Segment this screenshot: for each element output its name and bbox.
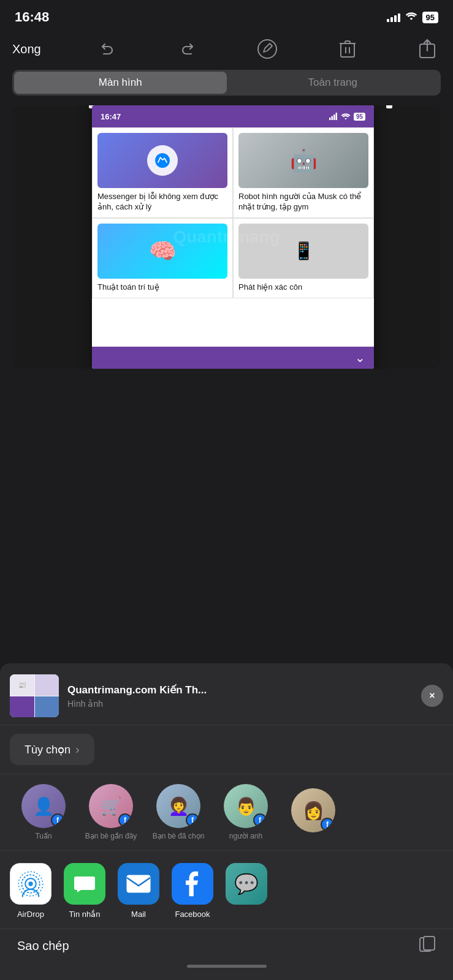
options-chevron-icon: ›	[75, 742, 80, 756]
contact-badge-2: f	[118, 813, 132, 827]
contact-row: 👤 f Tuấn 🛒 f Bạn bè gần đây	[0, 774, 453, 851]
svg-rect-9	[335, 113, 337, 120]
handle-topright[interactable]	[386, 105, 392, 108]
status-bar: 16:48 95	[0, 0, 453, 31]
airdrop-icon	[17, 870, 44, 897]
inner-screenshot: 16:47 95	[92, 105, 374, 369]
svg-point-0	[258, 40, 276, 58]
svg-rect-17	[424, 937, 435, 950]
app-label-facebook: Facebook	[175, 910, 210, 919]
facebook-badge-icon-2: f	[124, 816, 126, 824]
done-button[interactable]: Xong	[12, 36, 41, 62]
share-header: 📰 Quantrimang.com Kiến Th... Hình ảnh ×	[0, 663, 453, 725]
home-indicator	[187, 965, 267, 968]
contact-item-1[interactable]: 👤 f Tuấn	[10, 784, 77, 840]
news-item-2: 🤖 Robot hình người của Musk có thể nhặt …	[233, 127, 374, 218]
preview-area: 16:47 95	[12, 105, 441, 369]
inner-time: 16:47	[101, 112, 121, 121]
options-button[interactable]: Tùy chọn ›	[10, 734, 94, 765]
mail-icon	[126, 874, 151, 894]
contact-avatar-2: 🛒 f	[89, 784, 133, 828]
news-thumb-2: 🤖	[238, 133, 368, 188]
thumb-cell-1: 📰	[10, 674, 34, 696]
undo-button[interactable]	[94, 36, 121, 62]
markup-button[interactable]	[254, 36, 281, 62]
mail-icon-wrap	[118, 863, 159, 905]
svg-point-10	[155, 153, 170, 168]
news-thumb-3: 🧠	[97, 224, 227, 279]
facebook-badge-icon-4: f	[259, 816, 261, 824]
contact-badge-3: f	[186, 813, 199, 827]
contact-name-3: Bạn bè đã chọn	[153, 832, 205, 840]
share-title: Quantrimang.com Kiến Th...	[67, 684, 413, 696]
options-row: Tùy chọn ›	[0, 725, 453, 774]
bottom-bar: Sao chép	[0, 929, 453, 980]
contact-name-1: Tuấn	[35, 832, 51, 840]
messages-icon-wrap	[64, 863, 105, 905]
redo-button[interactable]	[174, 36, 201, 62]
facebook-badge-icon-3: f	[191, 816, 194, 824]
contact-item-2[interactable]: 🛒 f Bạn bè gần đây	[77, 784, 145, 840]
app-icon-airdrop[interactable]: AirDrop	[10, 863, 51, 919]
segment-toantrang[interactable]: Toàn trang	[227, 72, 440, 94]
wifi-icon	[405, 11, 417, 23]
app-icons-row: AirDrop Tin nhắn Mail	[0, 851, 453, 929]
news-thumb-4: 📱	[238, 224, 368, 279]
facebook-icon	[184, 870, 201, 897]
contact-item-5[interactable]: 👩 f	[280, 788, 347, 836]
facebook-badge-icon-5: f	[326, 820, 329, 829]
svg-rect-7	[331, 116, 333, 121]
contact-badge-4: f	[253, 813, 267, 827]
thumb-cell-3	[10, 696, 34, 718]
svg-rect-1	[341, 43, 354, 57]
share-thumb-grid: 📰	[10, 674, 59, 717]
more-icon	[419, 935, 436, 956]
news-grid: Messenger bị lỗi không xem được ảnh, các…	[92, 127, 374, 298]
copy-label: Sao chép	[17, 939, 69, 953]
signal-icon	[387, 12, 400, 22]
messages-icon	[72, 872, 97, 896]
app-icon-mail[interactable]: Mail	[118, 863, 159, 919]
share-thumbnail: 📰	[10, 674, 59, 717]
contact-name-2: Bạn bè gần đây	[85, 832, 137, 840]
segment-control: Màn hình Toàn trang	[12, 70, 441, 96]
delete-button[interactable]	[334, 36, 361, 62]
share-subtitle: Hình ảnh	[67, 699, 413, 709]
share-button[interactable]	[414, 36, 441, 62]
app-icon-facebook[interactable]: Facebook	[172, 863, 213, 919]
news-title-1: Messenger bị lỗi không xem được ảnh, các…	[97, 192, 227, 213]
contact-item-4[interactable]: 👨 f người anh	[212, 784, 280, 840]
contact-item-3[interactable]: 👩‍🦱 f Bạn bè đã chọn	[145, 784, 212, 840]
contact-badge-1: f	[51, 813, 64, 827]
inner-status-icons: 95	[329, 113, 365, 121]
share-info: Quantrimang.com Kiến Th... Hình ảnh	[67, 684, 413, 709]
options-label: Tùy chọn	[25, 743, 70, 756]
partial-icon-wrap: 💬	[226, 863, 267, 905]
app-icon-partial: 💬	[226, 863, 267, 919]
contact-name-4: người anh	[229, 832, 262, 840]
news-item-3: 🧠 Thuật toán trí tuệ	[92, 218, 233, 298]
status-icons: 95	[387, 11, 438, 23]
app-label-mail: Mail	[131, 910, 146, 919]
status-time: 16:48	[15, 9, 49, 25]
facebook-badge-icon: f	[56, 816, 59, 824]
news-title-2: Robot hình người của Musk có thể nhặt tr…	[238, 192, 368, 213]
app-icon-messages[interactable]: Tin nhắn	[64, 863, 105, 919]
share-close-button[interactable]: ×	[421, 685, 443, 707]
toolbar: Xong	[0, 31, 453, 67]
svg-rect-6	[329, 118, 331, 120]
news-thumb-1	[97, 133, 227, 188]
contact-avatar-4: 👨 f	[224, 784, 268, 828]
news-item-4: 📱 Phát hiện xác côn	[233, 218, 374, 298]
svg-rect-8	[333, 115, 335, 120]
news-item-1: Messenger bị lỗi không xem được ảnh, các…	[92, 127, 233, 218]
svg-rect-15	[127, 875, 150, 892]
contact-badge-5: f	[321, 818, 334, 831]
contact-avatar-3: 👩‍🦱 f	[156, 784, 200, 828]
facebook-icon-wrap	[172, 863, 213, 905]
battery-indicator: 95	[422, 12, 438, 23]
app-label-airdrop: AirDrop	[17, 910, 44, 919]
svg-point-14	[28, 881, 32, 886]
news-title-3: Thuật toán trí tuệ	[97, 282, 227, 293]
segment-manhinh[interactable]: Màn hình	[14, 72, 227, 94]
